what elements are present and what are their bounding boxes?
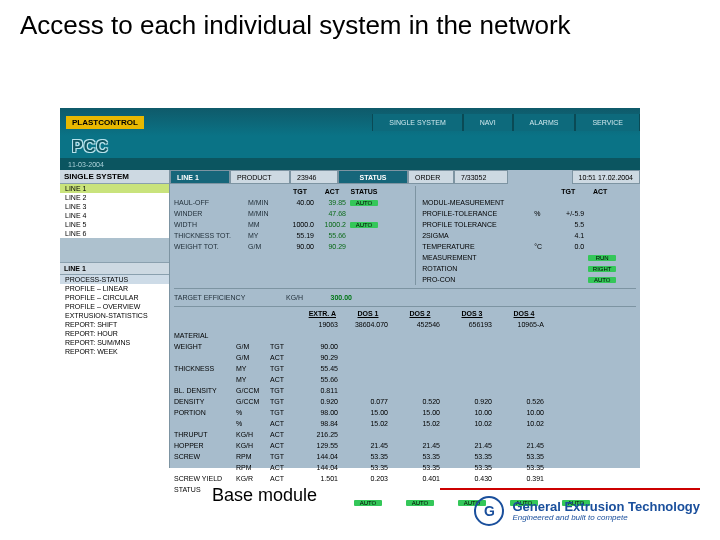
slide-title: Access to each individual system in the …	[0, 0, 720, 49]
menu-profile-overview[interactable]: PROFILE – OVERVIEW	[60, 302, 169, 311]
top-row: HAUL-OFFM/MIN40.0039.85AUTO	[174, 197, 409, 208]
red-divider	[440, 488, 700, 490]
dos-row: THRUPUTKG/HACT216.25	[174, 431, 636, 442]
date-text: 11-03-2004	[68, 161, 104, 168]
main-panel: LINE 1 PRODUCT 23946 STATUS ORDER 7/3305…	[170, 170, 640, 468]
top-left-block: TGT ACT STATUS HAUL-OFFM/MIN40.0039.85AU…	[174, 186, 409, 285]
logo-name: General Extrusion Technology	[512, 500, 700, 513]
sidebar-line-3[interactable]: LINE 3	[60, 202, 169, 211]
hdr-tgt-r: TGT	[554, 188, 586, 195]
status-line: LINE 1	[170, 170, 230, 184]
status-status-label: STATUS	[338, 170, 408, 184]
tab-service[interactable]: SERVICE	[575, 114, 640, 131]
right-row: MEASUREMENTRUN	[422, 252, 636, 263]
right-row: TEMPERATURE°C0.0	[422, 241, 636, 252]
right-row: PROFILE-TOLERANCE%+/-5.9	[422, 208, 636, 219]
dos-row: PORTION%TGT98.0015.0015.0010.0010.00	[174, 409, 636, 420]
auto-btn-1[interactable]: AUTO	[406, 500, 434, 506]
top-row: WINDERM/MIN47.68	[174, 208, 409, 219]
dos-row: SCREWRPMTGT144.0453.3553.3553.3553.35	[174, 453, 636, 464]
right-row: PROFILE TOLERANCE5.5	[422, 219, 636, 230]
menu-profile-circular[interactable]: PROFILE – CIRCULAR	[60, 293, 169, 302]
menu-profile-linear[interactable]: PROFILE – LINEAR	[60, 284, 169, 293]
menu-report-week[interactable]: REPORT: WEEK	[60, 347, 169, 356]
dos-row: BL. DENSITYG/CCMTGT0.811	[174, 387, 636, 398]
sidebar-header-single-system: SINGLE SYSTEM	[60, 170, 169, 184]
dos-row: G/MACT90.29	[174, 354, 636, 365]
dos-row: WEIGHTG/MTGT90.00	[174, 343, 636, 354]
sidebar-line-6[interactable]: LINE 6	[60, 229, 169, 238]
efficiency-row: TARGET EFFICIENCY KG/H 300.00	[174, 292, 636, 303]
tab-navi[interactable]: NAVI	[463, 114, 513, 131]
menu-extrusion-statistics[interactable]: EXTRUSION-STATISTICS	[60, 311, 169, 320]
sidebar-header-line: LINE 1	[60, 262, 169, 275]
sidebar-menu: PROCESS-STATUS PROFILE – LINEAR PROFILE …	[60, 275, 169, 468]
right-row: PRO-CONAUTO	[422, 274, 636, 285]
sidebar-line-5[interactable]: LINE 5	[60, 220, 169, 229]
dos-row: MATERIAL	[174, 332, 636, 343]
right-row: MODUL-MEASUREMENT	[422, 197, 636, 208]
top-tabs: SINGLE SYSTEM NAVI ALARMS SERVICE	[372, 114, 640, 131]
menu-report-summns[interactable]: REPORT: SUM/MNS	[60, 338, 169, 347]
pcc-logo: PCC	[72, 138, 109, 156]
right-row: ROTATIONRIGHT	[422, 263, 636, 274]
footer-logo: G General Extrusion Technology Engineere…	[474, 496, 700, 526]
top-row: WIDTHMM1000.01000.2AUTO	[174, 219, 409, 230]
dos-row: HOPPERKG/HACT129.5521.4521.4521.4521.45	[174, 442, 636, 453]
app-window: PLASTCONTROL SINGLE SYSTEM NAVI ALARMS S…	[60, 108, 640, 468]
pcc-row: PCC	[60, 136, 640, 158]
sidebar-line-2[interactable]: LINE 2	[60, 193, 169, 202]
dos-header: EXTR. A DOS 1 DOS 2 DOS 3 DOS 4	[174, 310, 636, 321]
status-bar: LINE 1 PRODUCT 23946 STATUS ORDER 7/3305…	[170, 170, 640, 184]
logo-mark-icon: G	[474, 496, 504, 526]
top-right-block: TGT ACT MODUL-MEASUREMENTPROFILE-TOLERAN…	[415, 186, 636, 285]
hdr-tgt: TGT	[286, 188, 318, 195]
dos-row: %ACT98.8415.0215.0210.0210.02	[174, 420, 636, 431]
sidebar-line-1[interactable]: LINE 1	[60, 184, 169, 193]
dos-row: RPMACT144.0453.3553.3553.3553.35	[174, 464, 636, 475]
logo-tagline: Engineered and built to compete	[512, 513, 700, 522]
status-clock: 10:51 17.02.2004	[572, 170, 641, 184]
slide-caption: Base module	[212, 485, 317, 506]
right-row: 2SIGMA4.1	[422, 230, 636, 241]
topbar: PLASTCONTROL SINGLE SYSTEM NAVI ALARMS S…	[60, 108, 640, 136]
dos-codes: 19063 38604.070 452546 656193 10965-A	[174, 321, 636, 332]
status-product-value: 23946	[290, 170, 338, 184]
dos-row: MYACT55.66	[174, 376, 636, 387]
menu-process-status[interactable]: PROCESS-STATUS	[60, 275, 169, 284]
menu-report-shift[interactable]: REPORT: SHIFT	[60, 320, 169, 329]
tab-alarms[interactable]: ALARMS	[513, 114, 576, 131]
sidebar: SINGLE SYSTEM LINE 1 LINE 2 LINE 3 LINE …	[60, 170, 170, 468]
dos-row: THICKNESSMYTGT55.45	[174, 365, 636, 376]
menu-report-hour[interactable]: REPORT: HOUR	[60, 329, 169, 338]
sidebar-lines: LINE 1 LINE 2 LINE 3 LINE 4 LINE 5 LINE …	[60, 184, 169, 238]
status-product-label: PRODUCT	[230, 170, 290, 184]
top-row: THICKNESS TOT.MY55.1955.66	[174, 230, 409, 241]
top-row: WEIGHT TOT.G/M90.0090.29	[174, 241, 409, 252]
dos-row: DENSITYG/CCMTGT0.9200.0770.5200.9200.526	[174, 398, 636, 409]
tab-single-system[interactable]: SINGLE SYSTEM	[372, 114, 462, 131]
hdr-act: ACT	[318, 188, 350, 195]
date-bar: 11-03-2004	[60, 158, 640, 170]
status-order-value: 7/33052	[454, 170, 508, 184]
sidebar-line-4[interactable]: LINE 4	[60, 211, 169, 220]
hdr-status: STATUS	[350, 188, 382, 195]
auto-btn-extr[interactable]: AUTO	[354, 500, 382, 506]
brand-plast: PLASTCONTROL	[66, 116, 144, 129]
status-order-label: ORDER	[408, 170, 454, 184]
hdr-act-r: ACT	[586, 188, 618, 195]
